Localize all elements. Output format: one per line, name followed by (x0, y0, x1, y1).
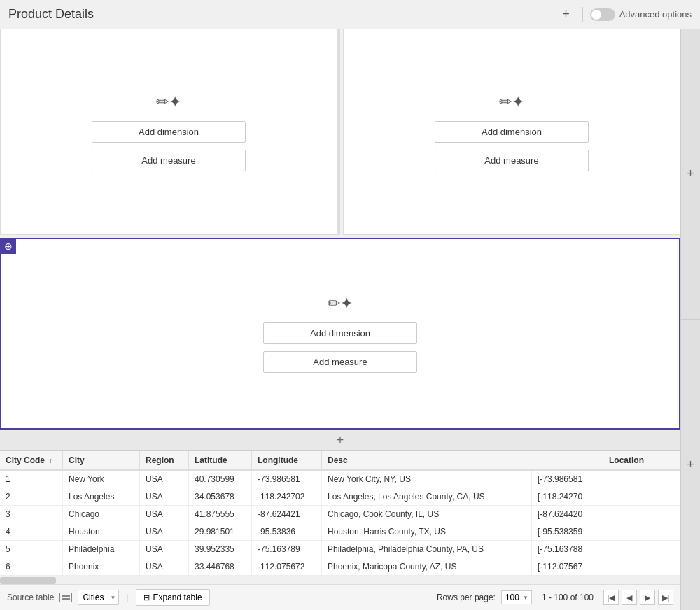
td-location: [-118.24270 (532, 488, 609, 505)
add-measure-btn-top-left[interactable]: Add measure (92, 150, 246, 171)
first-page-btn[interactable]: |◀ (603, 590, 619, 605)
td-city: New York (63, 471, 140, 488)
panel-bottom: ⊕ ✏✦ Add dimension Add measure (0, 238, 680, 430)
td-region: USA (140, 506, 189, 523)
page-range: 1 - 100 of 100 (542, 593, 594, 602)
rows-per-page-select[interactable]: 100 50 25 (501, 590, 532, 604)
header-actions: + Advanced options (556, 6, 692, 23)
td-region: USA (140, 541, 189, 558)
wand-icon-top-left: ✏✦ (156, 93, 181, 111)
advanced-toggle[interactable] (590, 8, 615, 21)
table-header: City Code ↑ City Region Latitude Longitu… (0, 451, 680, 471)
td-desc: New York City, NY, US (322, 471, 532, 488)
td-region: USA (140, 523, 189, 540)
td-region: USA (140, 488, 189, 505)
td-region: USA (140, 558, 189, 575)
expand-table-button[interactable]: ⊟ Expand table (136, 589, 210, 606)
move-handle[interactable]: ⊕ (1, 239, 16, 254)
td-latitude: 41.875555 (189, 506, 252, 523)
td-latitude: 29.981501 (189, 523, 252, 540)
td-region: USA (140, 471, 189, 488)
add-measure-btn-top-right[interactable]: Add measure (435, 150, 589, 171)
td-location: [-87.624420 (532, 506, 609, 523)
th-city-code[interactable]: City Code ↑ (0, 451, 63, 469)
td-latitude: 33.446768 (189, 558, 252, 575)
th-region[interactable]: Region (140, 451, 189, 469)
td-longitude: -75.163789 (252, 541, 322, 558)
td-city: Los Angeles (63, 488, 140, 505)
page-title: Product Details (8, 7, 94, 22)
sidebar-add-bottom[interactable]: + (681, 320, 700, 610)
table-row: 2 Los Angeles USA 34.053678 -118.242702 … (0, 488, 680, 506)
td-city-code: 5 (0, 541, 63, 558)
td-longitude: -87.624421 (252, 506, 322, 523)
th-desc[interactable]: Desc (322, 451, 603, 469)
td-location: [-112.07567 (532, 558, 609, 575)
rows-per-page-wrap[interactable]: 100 50 25 (501, 590, 532, 604)
th-location[interactable]: Location (603, 451, 680, 469)
footer-right: Rows per page: 100 50 25 1 - 100 of 100 … (437, 590, 673, 605)
td-desc: Los Angeles, Los Angeles County, CA, US (322, 488, 532, 505)
table-row: 5 Philadelphia USA 39.952335 -75.163789 … (0, 541, 680, 558)
td-longitude: -95.53836 (252, 523, 322, 540)
td-city-code: 4 (0, 523, 63, 540)
top-panels-row: ✏✦ Add dimension Add measure ✏✦ Add dime… (0, 29, 680, 235)
td-city: Houston (63, 523, 140, 540)
th-city[interactable]: City (63, 451, 140, 469)
panel-top-right: ✏✦ Add dimension Add measure (343, 29, 680, 235)
td-location: [-95.538359 (532, 523, 609, 540)
footer-bar: Source table Cities | ⊟ Expand table (0, 584, 680, 610)
td-city: Chicago (63, 506, 140, 523)
rows-per-page-label: Rows per page: (437, 593, 496, 602)
toggle-knob (592, 10, 601, 20)
add-section-icon: + (337, 433, 344, 448)
advanced-toggle-wrap: Advanced options (590, 8, 692, 21)
h-scroll-thumb[interactable] (0, 577, 56, 584)
add-section-row[interactable]: + (0, 430, 680, 451)
td-city: Phoenix (63, 558, 140, 575)
table-icon (59, 593, 72, 602)
wand-icon-top-right: ✏✦ (499, 93, 524, 111)
td-location: [-75.163788 (532, 541, 609, 558)
last-page-btn[interactable]: ▶| (658, 590, 673, 605)
add-dimension-btn-top-right[interactable]: Add dimension (435, 121, 589, 143)
bottom-section: ⊕ ✏✦ Add dimension Add measure (0, 238, 680, 430)
th-longitude[interactable]: Longitude (252, 451, 322, 469)
table-row: 1 New York USA 40.730599 -73.986581 New … (0, 471, 680, 488)
td-city: Philadelphia (63, 541, 140, 558)
add-dimension-btn-bottom[interactable]: Add dimension (263, 322, 417, 344)
add-button[interactable]: + (556, 6, 575, 23)
td-desc: Chicago, Cook County, IL, US (322, 506, 532, 523)
add-dimension-btn-top-left[interactable]: Add dimension (92, 121, 246, 143)
td-city-code: 2 (0, 488, 63, 505)
prev-page-btn[interactable]: ◀ (622, 590, 637, 605)
td-city-code: 3 (0, 506, 63, 523)
td-latitude: 39.952335 (189, 541, 252, 558)
td-city-code: 6 (0, 558, 63, 575)
sidebar-add-top[interactable]: + (681, 29, 700, 320)
sort-arrow-city-code: ↑ (49, 457, 52, 464)
right-sidebar: + + (680, 29, 700, 610)
header: Product Details + Advanced options (0, 0, 700, 29)
td-latitude: 40.730599 (189, 471, 252, 488)
td-location: [-73.986581 (532, 471, 609, 488)
source-table-label: Source table (7, 593, 54, 602)
th-latitude[interactable]: Latitude (189, 451, 252, 469)
panel-top-left: ✏✦ Add dimension Add measure (0, 29, 337, 235)
table-select-wrap[interactable]: Cities (78, 590, 119, 605)
next-page-btn[interactable]: ▶ (640, 590, 655, 605)
table-row: 4 Houston USA 29.981501 -95.53836 Housto… (0, 523, 680, 541)
td-longitude: -112.075672 (252, 558, 322, 575)
expand-icon: ⊟ (144, 593, 150, 602)
page: Product Details + Advanced options ✏✦ Ad… (0, 0, 700, 610)
td-longitude: -73.986581 (252, 471, 322, 488)
wand-icon-bottom: ✏✦ (328, 295, 353, 313)
td-desc: Houston, Harris County, TX, US (322, 523, 532, 540)
horizontal-scrollbar[interactable] (0, 576, 680, 584)
table-select[interactable]: Cities (78, 590, 119, 605)
table-row: 6 Phoenix USA 33.446768 -112.075672 Phoe… (0, 558, 680, 576)
table-body: 1 New York USA 40.730599 -73.986581 New … (0, 471, 680, 576)
main-area: ✏✦ Add dimension Add measure ✏✦ Add dime… (0, 29, 700, 610)
td-city-code: 1 (0, 471, 63, 488)
add-measure-btn-bottom[interactable]: Add measure (263, 351, 417, 373)
